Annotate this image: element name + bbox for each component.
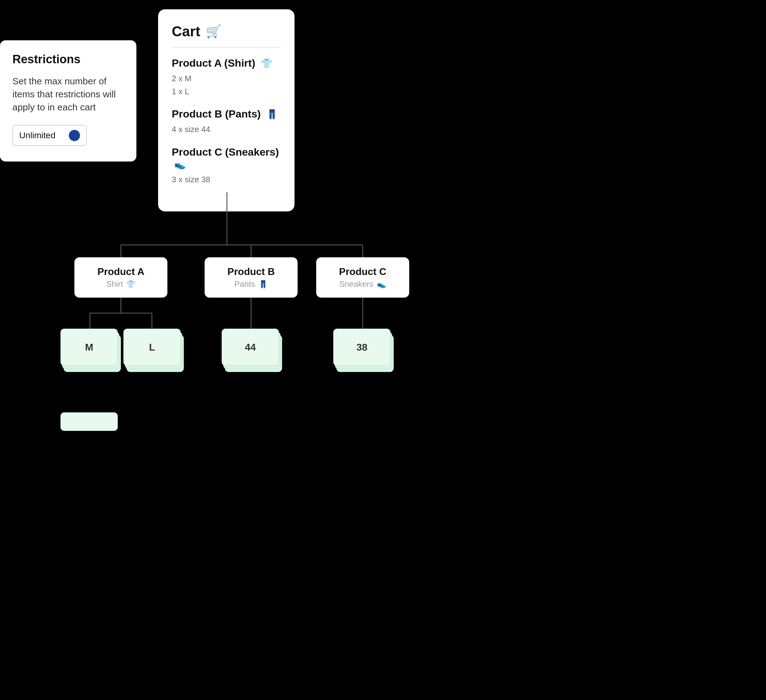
product-b-title: Product B bbox=[212, 266, 290, 277]
restrictions-select-label: Unlimited bbox=[19, 130, 63, 141]
cart-product-b-label: Product B (Pants) bbox=[172, 108, 261, 120]
variant-44-stacked: 44 bbox=[222, 329, 280, 372]
variant-l-wrapper: L bbox=[123, 329, 182, 372]
product-a-node: Product A Shirt 👕 bbox=[74, 257, 168, 298]
variant-l-stacked: L bbox=[123, 329, 182, 372]
product-c-subtitle: Sneakers 👟 bbox=[324, 279, 402, 289]
cart-product-c-name: Product C (Sneakers) 👟 bbox=[172, 146, 281, 170]
cart-product-a: Product A (Shirt) 👕 2 x M1 x L bbox=[172, 57, 281, 98]
cart-product-c-label: Product C (Sneakers) bbox=[172, 146, 279, 158]
restrictions-title: Restrictions bbox=[13, 53, 124, 66]
variant-m-front: M bbox=[60, 329, 118, 366]
cart-product-a-icon: 👕 bbox=[261, 58, 272, 68]
diagram-area: Restrictions Set the max number of items… bbox=[0, 0, 766, 700]
cart-icon: 🛒 bbox=[206, 24, 222, 39]
cart-product-c-icon: 👟 bbox=[174, 159, 186, 169]
cart-product-b-detail: 4 x size 44 bbox=[172, 123, 281, 136]
restrictions-select[interactable]: Unlimited bbox=[13, 125, 87, 146]
cart-divider bbox=[172, 47, 281, 48]
variant-38-wrapper: 38 bbox=[333, 329, 392, 372]
product-c-node: Product C Sneakers 👟 bbox=[316, 257, 409, 298]
restrictions-panel: Restrictions Set the max number of items… bbox=[0, 40, 136, 162]
product-c-icon: 👟 bbox=[377, 280, 386, 288]
cart-product-c-detail: 3 x size 38 bbox=[172, 173, 281, 186]
variant-m-wrapper: M bbox=[60, 329, 119, 372]
product-a-subtitle: Shirt 👕 bbox=[82, 279, 160, 289]
variant-38-stacked: 38 bbox=[333, 329, 392, 372]
cart-product-a-detail: 2 x M1 x L bbox=[172, 72, 281, 98]
variant-38-front: 38 bbox=[333, 329, 391, 366]
variant-m-stacked: M bbox=[60, 329, 119, 372]
variant-44-wrapper: 44 bbox=[222, 329, 280, 372]
bottom-partial-card bbox=[60, 412, 118, 431]
variant-44-front: 44 bbox=[222, 329, 279, 366]
product-b-icon: 👖 bbox=[258, 280, 268, 288]
cart-panel: Cart 🛒 Product A (Shirt) 👕 2 x M1 x L Pr… bbox=[158, 9, 294, 211]
product-b-node: Product B Pants 👖 bbox=[204, 257, 298, 298]
cart-title: Cart bbox=[172, 23, 200, 40]
restrictions-description: Set the max number of items that restric… bbox=[13, 75, 124, 114]
variant-l-front: L bbox=[123, 329, 181, 366]
cart-header: Cart 🛒 bbox=[172, 23, 281, 40]
product-b-subtitle: Pants 👖 bbox=[212, 279, 290, 289]
cart-product-a-label: Product A (Shirt) bbox=[172, 57, 255, 69]
product-a-title: Product A bbox=[82, 266, 160, 277]
toggle-dot bbox=[69, 130, 80, 141]
cart-product-a-name: Product A (Shirt) 👕 bbox=[172, 57, 281, 69]
product-a-icon: 👕 bbox=[126, 280, 136, 288]
cart-product-b: Product B (Pants) 👖 4 x size 44 bbox=[172, 108, 281, 136]
cart-product-b-icon: 👖 bbox=[266, 109, 278, 119]
product-c-title: Product C bbox=[324, 266, 402, 277]
cart-product-b-name: Product B (Pants) 👖 bbox=[172, 108, 281, 120]
cart-product-c: Product C (Sneakers) 👟 3 x size 38 bbox=[172, 146, 281, 186]
